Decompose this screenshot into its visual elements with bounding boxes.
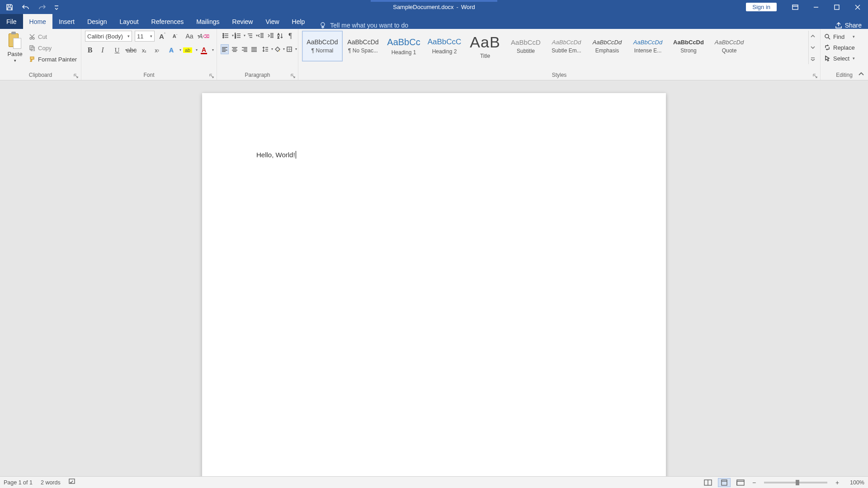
grow-font-button[interactable]: Aˆ [157,31,167,41]
clear-formatting-button[interactable]: A⌫ [199,31,209,41]
style-item-2[interactable]: AaBbCcHeading 1 [383,31,424,61]
font-color-button[interactable]: A [197,45,211,55]
maximize-icon[interactable] [826,0,847,14]
tell-me-search[interactable]: Tell me what you want to do [319,22,408,29]
web-layout-button[interactable] [734,478,747,487]
multilevel-icon [247,33,253,39]
tab-review[interactable]: Review [226,14,259,29]
style-item-3[interactable]: AaBbCcCHeading 2 [424,31,465,61]
bold-button[interactable]: B [85,45,95,55]
show-marks-button[interactable]: ¶ [286,31,294,41]
subscript-button[interactable]: x [139,45,149,55]
style-item-5[interactable]: AaBbCcDSubtitle [505,31,546,61]
tab-view[interactable]: View [259,14,285,29]
highlight-button[interactable]: ab [181,45,194,55]
page-number-status[interactable]: Page 1 of 1 [4,479,33,486]
bullets-button[interactable] [221,31,231,41]
increase-indent-button[interactable] [267,31,275,41]
numbering-button[interactable]: 123 [233,31,243,41]
strikethrough-button[interactable]: abc [127,45,137,55]
format-painter-button[interactable]: Format Painter [29,54,77,64]
sort-button[interactable]: AZ [276,31,284,41]
style-item-1[interactable]: AaBbCcDd¶ No Spac... [343,31,383,61]
document-area[interactable]: Hello, World! [0,80,868,476]
shading-button[interactable] [272,44,283,54]
decrease-indent-button[interactable] [257,31,265,41]
tab-mailings[interactable]: Mailings [190,14,226,29]
tab-help[interactable]: Help [286,14,311,29]
zoom-out-button[interactable]: − [750,479,758,486]
minimize-icon[interactable] [806,0,826,14]
style-item-4[interactable]: AaBTitle [465,31,505,61]
align-left-button[interactable] [221,44,229,54]
underline-button[interactable]: U [110,45,124,55]
ribbon-display-options-icon[interactable] [785,0,806,14]
tab-design[interactable]: Design [81,14,113,29]
print-layout-button[interactable] [718,478,731,487]
zoom-in-button[interactable]: + [834,479,841,486]
redo-icon[interactable] [37,2,47,12]
replace-button[interactable]: Replace [824,42,855,52]
zoom-level[interactable]: 100% [844,479,864,486]
chevron-down-icon[interactable]: ▾ [853,56,855,61]
shrink-font-button[interactable]: Aˇ [170,31,180,41]
style-item-10[interactable]: AaBbCcDdQuote [709,31,750,61]
collapse-ribbon-button[interactable] [857,70,865,78]
style-item-6[interactable]: AaBbCcDdSubtle Em... [546,31,587,61]
paste-button[interactable]: Paste ▾ [4,31,26,71]
chevron-down-icon[interactable]: ▾ [127,34,130,38]
copy-button[interactable]: Copy [29,43,77,53]
borders-button[interactable] [284,44,294,54]
paragraph-launcher-icon[interactable] [290,73,296,79]
sign-in-button[interactable]: Sign in [746,3,777,11]
tab-home[interactable]: Home [23,14,52,29]
clipboard-launcher-icon[interactable] [73,73,79,79]
tab-references[interactable]: References [145,14,190,29]
tab-insert[interactable]: Insert [52,14,81,29]
tab-layout[interactable]: Layout [113,14,145,29]
zoom-slider-thumb[interactable] [796,480,799,485]
qat-customize-icon[interactable] [53,4,60,10]
cut-button[interactable]: Cut [29,32,77,42]
style-item-9[interactable]: AaBbCcDdStrong [668,31,709,61]
font-name-combo[interactable]: Calibri (Body)▾ [85,31,132,42]
multilevel-list-button[interactable] [245,31,255,41]
align-center-button[interactable] [231,44,239,54]
chevron-down-icon[interactable]: ▾ [853,34,855,39]
read-mode-button[interactable] [702,478,714,487]
font-size-combo[interactable]: 11▾ [135,31,155,42]
style-item-7[interactable]: AaBbCcDdEmphasis [587,31,627,61]
find-button[interactable]: Find ▾ [824,32,855,42]
style-item-0[interactable]: AaBbCcDd¶ Normal [302,31,343,61]
close-icon[interactable] [847,0,868,14]
tab-file[interactable]: File [0,14,23,29]
styles-gallery[interactable]: AaBbCcDd¶ NormalAaBbCcDd¶ No Spac...AaBb… [302,31,808,64]
document-text[interactable]: Hello, World! [256,151,295,159]
justify-button[interactable] [250,44,259,54]
chevron-down-icon[interactable]: ▾ [150,34,152,38]
align-right-icon [241,46,248,52]
style-item-8[interactable]: AaBbCcDdIntense E... [627,31,668,61]
styles-launcher-icon[interactable] [812,73,818,79]
gallery-up-button[interactable] [809,31,816,42]
share-button[interactable]: Share [835,22,862,29]
italic-button[interactable]: I [98,45,108,55]
zoom-slider[interactable] [764,482,827,483]
word-count-status[interactable]: 2 words [41,479,61,486]
line-spacing-button[interactable] [260,44,270,54]
document-page[interactable]: Hello, World! [202,93,666,476]
save-icon[interactable] [5,2,14,12]
text-effects-button[interactable]: A [165,45,178,55]
font-launcher-icon[interactable] [208,73,215,79]
paste-dropdown-icon[interactable]: ▾ [14,58,16,63]
font-group-text: Font [143,72,154,78]
align-right-button[interactable] [241,44,249,54]
change-case-button[interactable]: Aa [183,31,196,41]
select-button[interactable]: Select ▾ [824,53,855,63]
spell-check-status[interactable] [69,479,76,486]
superscript-button[interactable]: x [152,45,162,55]
gallery-more-button[interactable] [809,53,816,64]
gallery-down-button[interactable] [809,42,816,53]
undo-icon[interactable] [21,2,31,12]
font-group-label: Font [85,71,213,80]
